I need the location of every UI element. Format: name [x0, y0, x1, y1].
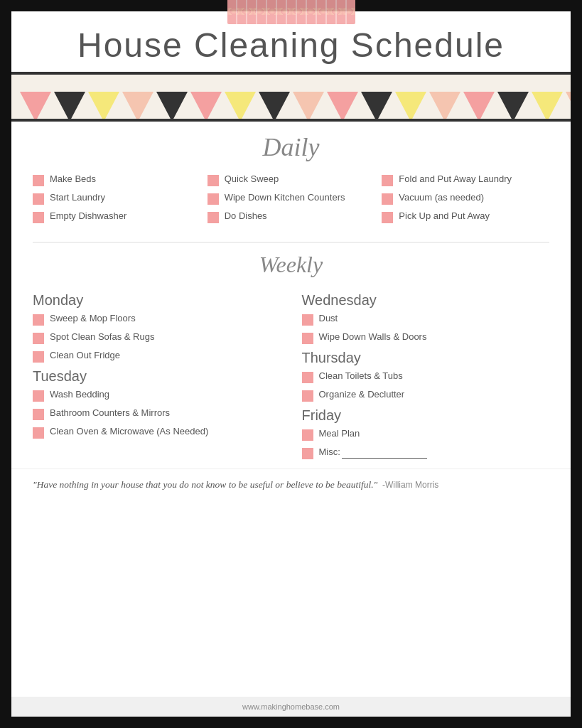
checkbox-wipe-counters[interactable]: [208, 193, 219, 205]
flag-14: [463, 92, 495, 122]
checkbox-sweep-mop[interactable]: [33, 314, 44, 326]
checkbox-organize[interactable]: [302, 390, 313, 402]
label-meal-plan: Meal Plan: [319, 428, 360, 440]
thursday-item-organize: Organize & Declutter: [302, 389, 550, 402]
daily-col-3: Fold and Put Away Laundry Vacuum (as nee…: [382, 172, 549, 230]
label-clean-oven: Clean Oven & Microwave (As Needed): [50, 426, 208, 438]
outer-frame: House Cleaning Schedule: [0, 0, 582, 728]
weekly-right-col: Wednesday Dust Wipe Down Walls & Doors T…: [302, 287, 550, 465]
daily-item-pick-up: Pick Up and Put Away: [382, 210, 549, 223]
misc-line: [342, 458, 427, 459]
flag-8: [259, 92, 290, 122]
bunting-banner: [11, 72, 571, 122]
quote-section: "Have nothing in your house that you do …: [11, 469, 571, 496]
flag-6: [190, 92, 222, 122]
flag-16: [532, 92, 563, 122]
label-misc: Misc:: [319, 446, 427, 459]
wednesday-item-wipe-walls: Wipe Down Walls & Doors: [302, 331, 550, 344]
checkbox-clean-fridge[interactable]: [33, 351, 44, 363]
daily-item-do-dishes: Do Dishes: [208, 210, 375, 223]
daily-col-1: Make Beds Start Laundry Empty Dishwasher: [33, 172, 200, 230]
daily-item-empty-dishwasher: Empty Dishwasher: [33, 210, 200, 223]
label-clean-fridge: Clean Out Fridge: [50, 350, 120, 362]
daily-item-fold-laundry: Fold and Put Away Laundry: [382, 173, 549, 186]
friday-item-misc: Misc:: [302, 446, 550, 459]
label-quick-sweep: Quick Sweep: [225, 173, 279, 186]
daily-col-2: Quick Sweep Wipe Down Kitchen Counters D…: [208, 172, 375, 230]
checkbox-pick-up[interactable]: [382, 212, 393, 223]
checkbox-bathroom-counters[interactable]: [33, 409, 44, 420]
label-vacuum: Vacuum (as needed): [399, 192, 484, 204]
daily-item-vacuum: Vacuum (as needed): [382, 192, 549, 205]
label-wipe-counters: Wipe Down Kitchen Counters: [225, 192, 345, 204]
checkbox-clean-oven[interactable]: [33, 427, 44, 439]
label-dust: Dust: [319, 313, 338, 325]
thursday-title: Thursday: [302, 350, 550, 366]
label-pick-up: Pick Up and Put Away: [399, 210, 490, 223]
tuesday-title: Tuesday: [33, 368, 281, 385]
monday-item-clean-fridge: Clean Out Fridge: [33, 350, 281, 363]
flag-13: [429, 92, 460, 122]
flag-17: [566, 92, 571, 122]
daily-section-title: Daily: [33, 132, 549, 162]
checkbox-dust[interactable]: [302, 314, 313, 326]
checkbox-wash-bedding[interactable]: [33, 390, 44, 402]
quote-author: -William Morris: [382, 480, 438, 490]
checkbox-do-dishes[interactable]: [208, 212, 219, 223]
flag-row: [18, 92, 564, 122]
flag-10: [327, 92, 358, 122]
daily-item-start-laundry: Start Laundry: [33, 192, 200, 205]
label-wipe-walls: Wipe Down Walls & Doors: [319, 331, 427, 343]
monday-item-spot-clean: Spot Clean Sofas & Rugs: [33, 331, 281, 344]
checkbox-misc[interactable]: [302, 448, 313, 459]
checkbox-empty-dishwasher[interactable]: [33, 212, 44, 223]
checkbox-quick-sweep[interactable]: [208, 175, 219, 186]
flag-4: [122, 92, 153, 122]
flag-1: [20, 92, 51, 122]
label-spot-clean: Spot Clean Sofas & Rugs: [50, 331, 154, 343]
checkbox-spot-clean[interactable]: [33, 333, 44, 344]
tape-decoration: [227, 0, 355, 24]
label-make-beds: Make Beds: [50, 173, 96, 186]
friday-title: Friday: [302, 407, 550, 424]
label-start-laundry: Start Laundry: [50, 192, 105, 204]
daily-item-make-beds: Make Beds: [33, 173, 200, 186]
flag-11: [361, 92, 392, 122]
checkbox-make-beds[interactable]: [33, 175, 44, 186]
weekly-grid: Monday Sweep & Mop Floors Spot Clean Sof…: [33, 287, 549, 465]
monday-item-sweep: Sweep & Mop Floors: [33, 313, 281, 326]
content-area: Daily Make Beds Start Laundry Empty Dish…: [11, 122, 571, 469]
page-title: House Cleaning Schedule: [26, 27, 556, 65]
bunting-strip: [11, 72, 571, 122]
label-clean-toilets: Clean Toilets & Tubs: [319, 370, 403, 382]
inner-card: House Cleaning Schedule: [7, 7, 575, 721]
label-empty-dishwasher: Empty Dishwasher: [50, 210, 126, 223]
flag-7: [225, 92, 256, 122]
label-organize: Organize & Declutter: [319, 389, 405, 401]
daily-item-quick-sweep: Quick Sweep: [208, 173, 375, 186]
checkbox-fold-laundry[interactable]: [382, 175, 393, 186]
footer: www.makinghomebase.com: [11, 697, 571, 717]
friday-item-meal-plan: Meal Plan: [302, 428, 550, 441]
daily-item-wipe-counters: Wipe Down Kitchen Counters: [208, 192, 375, 205]
checkbox-wipe-walls[interactable]: [302, 333, 313, 344]
footer-url: www.makinghomebase.com: [242, 702, 340, 711]
label-sweep-mop: Sweep & Mop Floors: [50, 313, 136, 325]
section-divider: [33, 242, 549, 243]
flag-12: [395, 92, 426, 122]
checkbox-clean-toilets[interactable]: [302, 372, 313, 383]
flag-9: [293, 92, 324, 122]
tuesday-item-wash-bedding: Wash Bedding: [33, 389, 281, 402]
weekly-section-title: Weekly: [33, 252, 549, 278]
label-wash-bedding: Wash Bedding: [50, 389, 109, 401]
flag-2: [54, 92, 85, 122]
checkbox-vacuum[interactable]: [382, 193, 393, 205]
checkbox-start-laundry[interactable]: [33, 193, 44, 205]
daily-grid: Make Beds Start Laundry Empty Dishwasher: [33, 172, 549, 230]
thursday-item-toilets: Clean Toilets & Tubs: [302, 370, 550, 383]
wednesday-item-dust: Dust: [302, 313, 550, 326]
quote-text: "Have nothing in your house that you do …: [33, 478, 549, 492]
weekly-left-col: Monday Sweep & Mop Floors Spot Clean Sof…: [33, 287, 281, 465]
checkbox-meal-plan[interactable]: [302, 429, 313, 441]
tuesday-item-bathroom: Bathroom Counters & Mirrors: [33, 407, 281, 420]
